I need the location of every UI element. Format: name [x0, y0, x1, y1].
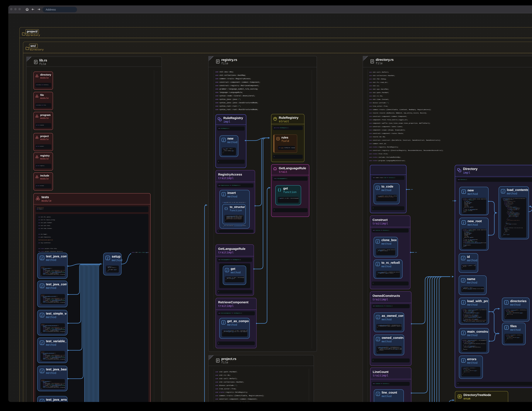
- svg-text:f: f: [42, 284, 43, 288]
- svg-text:f: f: [42, 341, 43, 345]
- svg-text:f: f: [378, 393, 379, 395]
- svg-text:f: f: [377, 263, 379, 265]
- svg-text:f: f: [463, 359, 464, 362]
- svg-text:f: f: [506, 301, 507, 304]
- svg-text:f: f: [107, 256, 109, 260]
- svg-text:f: f: [378, 316, 379, 319]
- svg-text:f: f: [378, 338, 379, 341]
- svg-text:f: f: [377, 186, 379, 189]
- svg-text:f: f: [42, 369, 43, 373]
- svg-text:f: f: [223, 321, 224, 324]
- svg-text:f: f: [503, 190, 504, 193]
- svg-text:{}: {}: [278, 188, 281, 192]
- svg-text:f: f: [463, 279, 464, 282]
- svg-text:f: f: [463, 257, 464, 260]
- svg-text:f: f: [223, 138, 224, 141]
- svg-text:f: f: [42, 314, 43, 317]
- svg-text:f: f: [227, 269, 228, 272]
- svg-text:f: f: [463, 190, 465, 193]
- svg-text:f: f: [463, 221, 465, 224]
- svg-text:f: f: [377, 240, 379, 243]
- svg-text:{}: {}: [224, 207, 228, 210]
- svg-text:f: f: [506, 326, 507, 329]
- svg-text:f: f: [463, 331, 464, 335]
- svg-text:f: f: [223, 193, 224, 196]
- svg-text:f: f: [42, 256, 43, 260]
- svg-text:f: f: [463, 301, 464, 304]
- svg-text:f: f: [42, 400, 43, 402]
